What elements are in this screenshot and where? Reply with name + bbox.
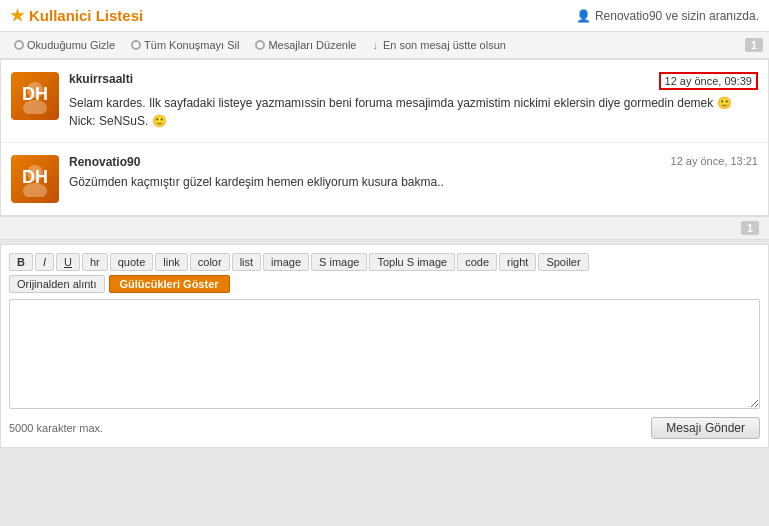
- message-time-2: 12 ay önce, 13:21: [671, 155, 758, 167]
- message-text-content-2: Gözümden kaçmıştır güzel kardeşim hemen …: [69, 175, 444, 189]
- message-text-2: Gözümden kaçmıştır güzel kardeşim hemen …: [69, 173, 758, 191]
- toolbar-btn-list[interactable]: list: [232, 253, 261, 271]
- toolbar-btn-italic[interactable]: I: [35, 253, 54, 271]
- tab-hide-read[interactable]: Okuduğumu Gizle: [6, 36, 123, 54]
- message-username-2: Renovatio90: [69, 155, 140, 169]
- toolbar-btn-quote[interactable]: quote: [110, 253, 154, 271]
- message-textarea[interactable]: [9, 299, 760, 409]
- main-wrapper: ★ Kullanici Listesi 👤 Renovatio90 ve siz…: [0, 0, 769, 526]
- message-item-1: DH kkuirrsaalti 12 ay önce, 09:39 Selam …: [1, 60, 768, 143]
- tab-bar: Okuduğumu Gizle Tüm Konuşmayı Sil Mesajl…: [0, 32, 769, 59]
- toolbar-btn-simage[interactable]: S image: [311, 253, 367, 271]
- toolbar-btn-code[interactable]: code: [457, 253, 497, 271]
- toolbar-btn-right[interactable]: right: [499, 253, 536, 271]
- toolbar-btn-gulucukler[interactable]: Gülücükleri Göster: [109, 275, 230, 293]
- messages-container: DH kkuirrsaalti 12 ay önce, 09:39 Selam …: [0, 59, 769, 216]
- toolbar-btn-color[interactable]: color: [190, 253, 230, 271]
- avatar-2: DH: [11, 155, 59, 203]
- message-username-1: kkuirrsaalti: [69, 72, 133, 86]
- user-icon: 👤: [576, 9, 591, 23]
- tab-hide-read-label: Okuduğumu Gizle: [27, 39, 115, 51]
- page-header: ★ Kullanici Listesi 👤 Renovatio90 ve siz…: [0, 0, 769, 32]
- star-icon: ★: [10, 6, 24, 25]
- smiley-1: 🙂: [717, 96, 732, 110]
- tab-latest-on-top[interactable]: ↓ En son mesaj üstte olsun: [364, 36, 513, 54]
- editor-footer: 5000 karakter max. Mesajı Gönder: [9, 417, 760, 439]
- page-title-text: Kullanici Listesi: [29, 7, 143, 24]
- pagination-bar: 1: [0, 216, 769, 240]
- user-info: 👤 Renovatio90 ve sizin aranızda.: [576, 9, 759, 23]
- smiley-2: 🙂: [152, 114, 167, 128]
- tab-delete-all[interactable]: Tüm Konuşmayı Sil: [123, 36, 247, 54]
- tab-arrow-icon: ↓: [372, 39, 378, 51]
- tab-edit-messages[interactable]: Mesajları Düzenle: [247, 36, 364, 54]
- tab-radio-3: [255, 40, 265, 50]
- avatar-1: DH: [11, 72, 59, 120]
- tab-edit-messages-label: Mesajları Düzenle: [268, 39, 356, 51]
- tab-latest-on-top-label: En son mesaj üstte olsun: [383, 39, 506, 51]
- tab-delete-all-label: Tüm Konuşmayı Sil: [144, 39, 239, 51]
- char-limit: 5000 karakter max.: [9, 422, 103, 434]
- message-item-2: DH Renovatio90 12 ay önce, 13:21 Gözümde…: [1, 143, 768, 215]
- toolbar-btn-bold[interactable]: B: [9, 253, 33, 271]
- svg-text:DH: DH: [22, 84, 48, 104]
- tab-radio-1: [14, 40, 24, 50]
- message-text-1: Selam kardes. Ilk sayfadaki listeye yazm…: [69, 94, 758, 130]
- send-button[interactable]: Mesajı Gönder: [651, 417, 760, 439]
- editor-area: B I U hr quote link color list image S i…: [0, 244, 769, 448]
- toolbar-row-2: Orijinalden alıntı Gülücükleri Göster: [9, 275, 760, 293]
- toolbar-btn-image[interactable]: image: [263, 253, 309, 271]
- toolbar-btn-link[interactable]: link: [155, 253, 188, 271]
- message-header-row-1: kkuirrsaalti 12 ay önce, 09:39: [69, 72, 758, 90]
- message-body-2: Renovatio90 12 ay önce, 13:21 Gözümden k…: [69, 155, 758, 203]
- toolbar-btn-hr[interactable]: hr: [82, 253, 108, 271]
- message-header-row-2: Renovatio90 12 ay önce, 13:21: [69, 155, 758, 169]
- toolbar-btn-underline[interactable]: U: [56, 253, 80, 271]
- tab-radio-2: [131, 40, 141, 50]
- message-time-1: 12 ay önce, 09:39: [659, 72, 758, 90]
- message-body-1: kkuirrsaalti 12 ay önce, 09:39 Selam kar…: [69, 72, 758, 130]
- page-title: ★ Kullanici Listesi: [10, 6, 143, 25]
- tab-bar-count: 1: [745, 38, 763, 52]
- toolbar-btn-toplu-simage[interactable]: Toplu S image: [369, 253, 455, 271]
- user-info-text: Renovatio90 ve sizin aranızda.: [595, 9, 759, 23]
- toolbar-btn-spoiler[interactable]: Spoiler: [538, 253, 588, 271]
- page-number[interactable]: 1: [741, 221, 759, 235]
- message-text-nick: Nick: SeNSuS.: [69, 114, 148, 128]
- toolbar-btn-orijinalden[interactable]: Orijinalden alıntı: [9, 275, 105, 293]
- message-text-content-1: Selam kardes. Ilk sayfadaki listeye yazm…: [69, 96, 717, 110]
- toolbar-row-1: B I U hr quote link color list image S i…: [9, 253, 760, 271]
- svg-text:DH: DH: [22, 167, 48, 187]
